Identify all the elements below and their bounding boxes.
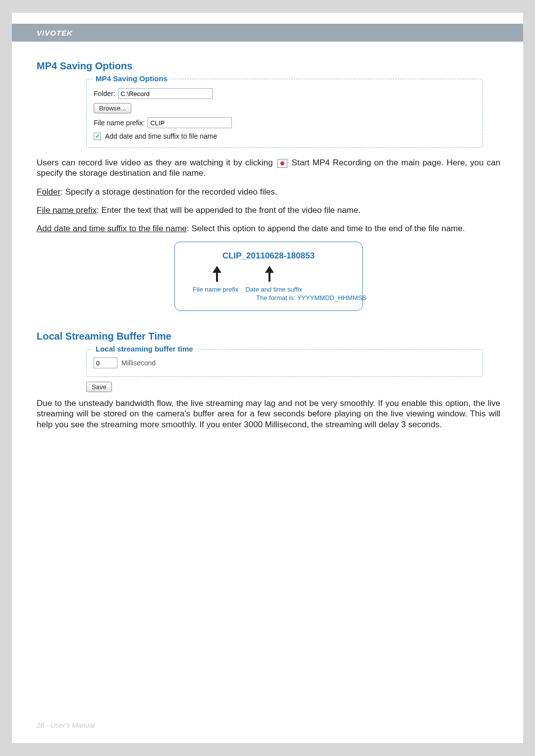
example-filename: CLIP_20110628-180853 [190, 251, 347, 261]
up-arrow-icon [265, 266, 274, 282]
prefix-input[interactable] [148, 117, 232, 128]
folder-rest: : Specify a storage destination for the … [60, 187, 277, 197]
prefix-row: File name prefix: [94, 117, 475, 128]
buffer-value-input[interactable] [94, 357, 117, 368]
prefix-label: File name prefix: [94, 119, 145, 127]
browse-button[interactable]: Browse... [94, 103, 131, 113]
buffer-fieldset: Local streaming buffer time Millisecond [86, 349, 482, 377]
suffix-term: Add date and time suffix to the file nam… [37, 224, 187, 233]
content-area: MP4 Saving Options MP4 Saving Options Fo… [37, 60, 500, 438]
save-button[interactable]: Save [86, 382, 112, 392]
page-footer: 28 - User's Manual [37, 721, 95, 729]
suffix-checkbox[interactable]: ✓ [94, 133, 101, 140]
buffer-description: Due to the unsteady bandwidth flow, the … [37, 398, 500, 430]
caption-prefix: File name prefix [193, 286, 238, 294]
prefix-rest: : Enter the text that will be appended t… [97, 205, 361, 215]
buffer-section-title: Local Streaming Buffer Time [37, 331, 500, 342]
document-page: VIVOTEK MP4 Saving Options MP4 Saving Op… [12, 13, 523, 743]
buffer-row: Millisecond [94, 357, 475, 368]
prefix-term: File name prefix [37, 205, 97, 215]
brand-text: VIVOTEK [37, 29, 73, 37]
mp4-options-fieldset: MP4 Saving Options Folder: Browse... Fil… [86, 79, 482, 148]
arrows-row [213, 266, 347, 282]
folder-row: Folder: [94, 88, 475, 99]
filename-example-box: CLIP_20110628-180853 File name prefix Da… [174, 242, 363, 311]
mp4-paragraph-1: Users can record live video as they are … [37, 157, 500, 179]
buffer-unit-label: Millisecond [121, 359, 156, 367]
example-captions: File name prefix Date and time suffix Th… [190, 286, 347, 302]
save-row: Save [86, 382, 500, 392]
mp4-fieldset-legend: MP4 Saving Options [93, 74, 170, 83]
up-arrow-icon [213, 266, 221, 282]
suffix-paragraph: Add date and time suffix to the file nam… [37, 223, 500, 234]
suffix-checkbox-label: Add date and time suffix to file name [105, 132, 217, 140]
caption-suffix: Date and time suffix [245, 286, 302, 294]
folder-input[interactable] [118, 88, 213, 99]
prefix-paragraph: File name prefix: Enter the text that wi… [37, 205, 500, 215]
record-icon [277, 159, 287, 168]
folder-paragraph: Folder: Specify a storage destination fo… [37, 187, 500, 197]
folder-label: Folder: [94, 90, 115, 98]
buffer-fieldset-legend: Local streaming buffer time [93, 345, 196, 353]
header-bar: VIVOTEK [12, 24, 523, 42]
suffix-row: ✓ Add date and time suffix to file name [94, 132, 475, 140]
p1-text-a: Users can record live video as they are … [37, 158, 276, 167]
folder-term: Folder [37, 187, 60, 197]
caption-format: The format is: YYYYMMDD_HHMMSS [256, 294, 367, 302]
mp4-section-title: MP4 Saving Options [37, 60, 500, 72]
browse-row: Browse... [94, 103, 475, 113]
suffix-rest: : Select this option to append the date … [187, 224, 465, 233]
